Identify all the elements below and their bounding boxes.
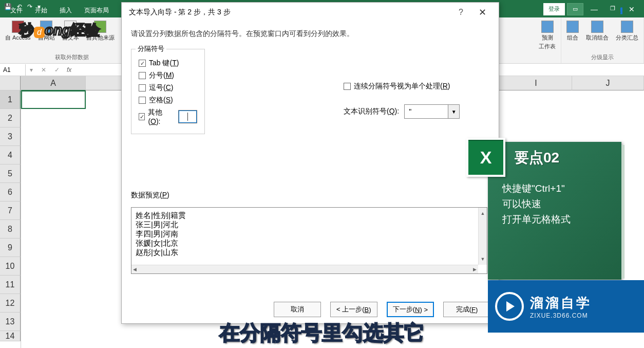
- video-subtitle: 在分隔符号里勾选其它: [219, 319, 425, 347]
- group-button[interactable]: 组合: [563, 19, 582, 53]
- comma-checkbox[interactable]: [139, 84, 146, 91]
- window-controls: 登录 ▭ — ❐ ✕: [543, 3, 641, 15]
- brand-name: 溜溜自学: [530, 294, 592, 312]
- preview-line: 李四|男|河南: [136, 229, 483, 239]
- dialog-titlebar[interactable]: 文本导入向导 - 第 2 步，共 3 步 ? ✕: [122, 3, 499, 22]
- preview-line: 赵彤|女|山东: [136, 248, 483, 257]
- row-header-14[interactable]: 14: [0, 331, 21, 341]
- back-button[interactable]: < 上一步(B): [330, 302, 377, 317]
- row-header-4[interactable]: 4: [0, 146, 21, 164]
- row-header-9[interactable]: 9: [0, 239, 21, 257]
- ungroup-icon: [591, 21, 603, 33]
- minimize-button[interactable]: —: [585, 3, 603, 15]
- qualifier-label: 文本识别符号(Q):: [344, 107, 399, 116]
- ungroup-button[interactable]: 取消组合: [583, 19, 612, 53]
- finish-button[interactable]: 完成(F): [443, 302, 490, 317]
- col-header-A[interactable]: A: [21, 76, 86, 90]
- semicolon-label: 分号(M): [149, 71, 174, 80]
- redo-icon[interactable]: ↷: [26, 2, 33, 11]
- active-cell-A1[interactable]: [21, 90, 86, 109]
- preview-scrollbar-vertical[interactable]: ▲▼: [478, 208, 487, 265]
- ribbon-group-forecast: 预测工作表: [534, 17, 561, 63]
- cancel-button[interactable]: 取消: [274, 302, 321, 317]
- group-label-outline: 分级显示: [591, 53, 614, 62]
- forecast-icon: [541, 21, 554, 33]
- combo-dropdown-icon[interactable]: ▼: [448, 105, 459, 118]
- row-headers: 1 2 3 4 5 6 7 8 9 10 11 12 13 14: [0, 76, 21, 348]
- consecutive-checkbox[interactable]: [344, 83, 351, 90]
- preview-line: 姓名|性别|籍贯: [136, 211, 483, 220]
- space-checkbox[interactable]: [139, 97, 146, 104]
- name-box[interactable]: A1: [0, 64, 26, 76]
- tip-title: 要点02: [488, 142, 621, 168]
- row-header-10[interactable]: 10: [0, 257, 21, 276]
- tip-body: 快捷键"Ctrl+1" 可以快速 打开单元格格式: [488, 168, 621, 227]
- other-delimiter-input[interactable]: [178, 110, 197, 123]
- next-button[interactable]: 下一步(N) >: [387, 302, 434, 317]
- forecast-sheet-button[interactable]: 预测工作表: [536, 19, 559, 55]
- row-header-1[interactable]: 1: [0, 90, 21, 109]
- delimiters-fieldset: 分隔符号 Tab 键(T) 分号(M) 逗号(C) 空格(S) 其他(O):: [131, 49, 205, 134]
- row-header-8[interactable]: 8: [0, 220, 21, 239]
- tab-label: Tab 键(T): [149, 59, 179, 68]
- subtotal-icon: [621, 21, 633, 33]
- row-header-2[interactable]: 2: [0, 109, 21, 127]
- tab-layout[interactable]: 页面布局: [78, 4, 115, 17]
- dialog-buttons: 取消 < 上一步(B) 下一步(N) > 完成(F): [274, 302, 490, 317]
- subtotal-button[interactable]: 分类汇总: [613, 19, 641, 53]
- undo-icon[interactable]: ↶: [16, 2, 23, 11]
- dialog-instruction: 请设置分列数据所包含的分隔符号。在预览窗口内可看到分列的效果。: [131, 29, 489, 39]
- select-all-corner[interactable]: [0, 76, 21, 90]
- close-dialog-button[interactable]: ✕: [473, 5, 491, 20]
- other-label: 其他(O):: [148, 108, 171, 125]
- col-header-I[interactable]: I: [500, 76, 572, 90]
- group-label-external: 获取外部数据: [55, 53, 89, 62]
- other-checkbox[interactable]: [139, 113, 145, 120]
- quick-access-toolbar: 💾 ↶ ↷ ▾: [3, 2, 42, 11]
- play-icon: [495, 292, 524, 321]
- row-header-13[interactable]: 13: [0, 313, 21, 331]
- namebox-dropdown-icon[interactable]: ▾: [26, 66, 37, 74]
- help-button[interactable]: ?: [459, 8, 463, 17]
- consecutive-label: 连续分隔符号视为单个处理(R): [354, 82, 450, 91]
- bottom-brand-overlay: 溜溜自学 ZIXUE.3D66.COM: [488, 280, 644, 333]
- preview-line: 张三|男|河北: [136, 220, 483, 229]
- preview-label: 数据预览(P): [131, 191, 489, 200]
- excel-badge-icon: X: [466, 138, 505, 177]
- data-preview: 姓名|性别|籍贯 张三|男|河北 李四|男|河南 张媛|女|北京 赵彤|女|山东…: [131, 207, 487, 274]
- col-header-J[interactable]: J: [572, 76, 644, 90]
- group-icon: [566, 21, 579, 33]
- row-header-7[interactable]: 7: [0, 202, 21, 220]
- space-label: 空格(S): [149, 96, 173, 105]
- comma-label: 逗号(C): [149, 83, 173, 93]
- close-window-button[interactable]: ✕: [622, 3, 641, 15]
- tip-card: X 要点02 快捷键"Ctrl+1" 可以快速 打开单元格格式: [488, 142, 621, 280]
- preview-line: 张媛|女|北京: [136, 239, 483, 248]
- text-qualifier-combo[interactable]: " ▼: [404, 104, 460, 119]
- save-icon[interactable]: 💾: [3, 2, 13, 11]
- semicolon-checkbox[interactable]: [139, 72, 146, 79]
- row-header-5[interactable]: 5: [0, 164, 21, 183]
- row-header-3[interactable]: 3: [0, 127, 21, 146]
- dialog-title: 文本导入向导 - 第 2 步，共 3 步: [129, 8, 231, 17]
- enter-formula-icon[interactable]: ✓: [50, 66, 64, 74]
- text-import-wizard-dialog: 文本导入向导 - 第 2 步，共 3 步 ? ✕ 请设置分列数据所包含的分隔符号…: [121, 2, 499, 324]
- row-header-12[interactable]: 12: [0, 294, 21, 313]
- preview-scrollbar-horizontal[interactable]: ◀▶: [131, 265, 478, 273]
- login-button[interactable]: 登录: [543, 3, 565, 15]
- fx-icon[interactable]: fx: [64, 66, 74, 74]
- watermark-logo: 秒dong经验: [20, 21, 100, 40]
- maximize-button[interactable]: ❐: [605, 3, 620, 15]
- cancel-formula-icon[interactable]: ✕: [37, 66, 50, 74]
- ribbon-group-outline: 组合 取消组合 分类汇总 分级显示: [561, 17, 644, 63]
- qat-more-icon[interactable]: ▾: [36, 2, 42, 11]
- row-header-6[interactable]: 6: [0, 183, 21, 202]
- tab-checkbox[interactable]: [139, 60, 146, 67]
- tab-insert[interactable]: 插入: [53, 4, 78, 17]
- ribbon-display-icon[interactable]: ▭: [567, 3, 583, 15]
- brand-url: ZIXUE.3D66.COM: [530, 312, 592, 319]
- row-header-11[interactable]: 11: [0, 276, 21, 294]
- delimiters-legend: 分隔符号: [136, 44, 166, 53]
